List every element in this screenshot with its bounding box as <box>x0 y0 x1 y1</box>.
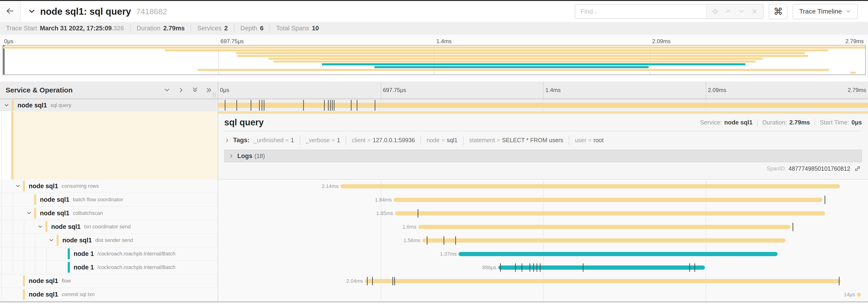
double-chevron-right-icon[interactable] <box>206 87 213 94</box>
span-bar[interactable] <box>218 103 868 108</box>
span-row[interactable]: node sql1txn coordinator send1.6ms <box>0 220 868 234</box>
span-bar[interactable] <box>418 225 791 229</box>
span-timeline-cell[interactable]: 1.85ms <box>218 207 868 220</box>
span-color-accent <box>68 262 70 273</box>
ruler-tick-label: 2.79ms <box>845 38 864 44</box>
span-bar[interactable] <box>422 238 785 243</box>
span-timeline-cell[interactable]: 886μs <box>218 261 868 274</box>
span-row[interactable]: node sql1colbatchscan1.85ms <box>0 207 868 220</box>
chevron-right-icon[interactable] <box>178 87 185 94</box>
minimap-span-bar <box>237 55 808 57</box>
chevron-down-icon[interactable] <box>28 7 36 15</box>
span-service: node sql1 <box>62 237 92 244</box>
minimap-canvas[interactable] <box>2 45 866 75</box>
crosshair-icon[interactable] <box>709 6 721 17</box>
tags-row[interactable]: Tags: _unfinished=1_verbose=1client=127.… <box>224 135 862 145</box>
services-label: Services <box>197 25 221 32</box>
page-header: node sql1: sql query 7418682 ⌘ Trace Tim… <box>0 1 868 22</box>
find-input[interactable] <box>575 4 706 19</box>
span-timeline-cell[interactable]: 1.37ms <box>218 247 868 261</box>
span-row[interactable]: node sql1commit sql txn14μs <box>0 288 868 301</box>
span-bar[interactable] <box>459 252 778 256</box>
span-bar[interactable] <box>395 211 825 215</box>
span-name-cell[interactable]: node sql1batch flow coordinator <box>0 193 218 207</box>
depth-value: 6 <box>260 25 264 32</box>
log-marker <box>375 100 375 111</box>
span-row[interactable]: node sql1consuming rows2.14ms <box>0 179 868 193</box>
span-timeline-cell[interactable]: 2.04ms <box>218 274 868 288</box>
log-marker <box>393 277 393 285</box>
span-operation: dist sender send <box>95 237 133 243</box>
span-timeline-cell[interactable]: 1.6ms <box>218 220 868 234</box>
link-icon[interactable] <box>854 165 861 172</box>
span-timeline-cell[interactable]: 1.56ms <box>218 234 868 247</box>
minimap-drag-handle[interactable] <box>3 45 4 74</box>
span-timeline-cell[interactable] <box>218 99 868 111</box>
double-chevron-down-icon[interactable] <box>191 87 198 94</box>
column-resize-grip[interactable]: || <box>213 91 216 98</box>
clear-icon[interactable] <box>749 6 760 17</box>
span-row[interactable]: node sql1flow2.04ms <box>0 274 868 288</box>
span-id-label: SpanID: <box>767 166 786 172</box>
logs-count: (18) <box>255 153 265 160</box>
chevron-down-icon[interactable] <box>35 220 45 233</box>
timeline-gridline <box>381 288 381 301</box>
span-accent-strip <box>218 111 868 114</box>
span-bar[interactable] <box>340 184 840 189</box>
minimap-span-bar <box>274 61 756 63</box>
span-bar[interactable] <box>365 279 841 283</box>
timeline-gridline <box>381 261 381 274</box>
span-operation: consuming rows <box>62 183 99 189</box>
span-name-cell[interactable]: node sql1txn coordinator send <box>0 220 218 234</box>
chevron-spacer <box>12 288 23 301</box>
timeline-gridline <box>381 247 381 261</box>
log-marker <box>455 236 456 245</box>
span-name-cell[interactable]: node sql1commit sql txn <box>0 288 218 301</box>
chevron-down-icon[interactable] <box>163 87 170 94</box>
chevron-down-icon[interactable] <box>46 234 57 247</box>
ruler-tick-label: 1.4ms <box>546 87 561 93</box>
total-spans-value: 10 <box>312 25 319 32</box>
span-bar[interactable] <box>857 293 861 297</box>
span-name-cell[interactable]: node sql1colbatchscan <box>0 207 218 220</box>
chevron-up-icon[interactable] <box>722 6 734 17</box>
span-name-cell[interactable]: node 1/cockroach.roachpb.Internal/Batch <box>0 261 218 274</box>
timeline-gridline <box>381 220 381 234</box>
keyboard-shortcuts-button[interactable]: ⌘ <box>769 4 787 19</box>
span-timeline-cell[interactable]: 14μs <box>218 288 868 301</box>
back-button[interactable] <box>0 1 21 22</box>
indent-guide <box>1 220 12 233</box>
span-id-value: 4877749850101760812 <box>788 165 850 172</box>
span-bar[interactable] <box>394 198 823 202</box>
divider <box>234 25 234 32</box>
chevron-down-icon[interactable] <box>736 6 747 17</box>
trace-timeline-dropdown[interactable]: Trace Timeline <box>793 4 858 19</box>
tag-value: 1 <box>291 137 294 144</box>
divider <box>814 119 815 126</box>
span-name-cell[interactable]: node sql1dist sender send <box>0 234 218 247</box>
chevron-down-icon[interactable] <box>24 207 34 220</box>
span-name-cell[interactable]: node sql1consuming rows <box>0 179 218 193</box>
tag-key: _verbose <box>306 137 330 144</box>
span-timeline-cell[interactable]: 2.14ms <box>218 179 868 193</box>
span-name-cell[interactable]: node sql1flow <box>0 274 218 288</box>
span-row[interactable]: node 1/cockroach.roachpb.Internal/Batch8… <box>0 261 868 274</box>
span-name-cell[interactable]: node 1/cockroach.roachpb.Internal/Batch <box>0 247 218 261</box>
indent-guide <box>24 247 35 260</box>
span-row[interactable]: node sql1dist sender send1.56ms <box>0 234 868 247</box>
tag-key: statement <box>469 137 495 144</box>
span-row[interactable]: node sql1sql query <box>0 99 868 111</box>
ruler-tick-label: 697.75μs <box>383 87 406 93</box>
log-marker <box>332 100 333 111</box>
logs-row[interactable]: Logs (18) <box>224 150 862 162</box>
tag-equals: = <box>442 137 445 143</box>
span-name-cell[interactable]: node sql1sql query <box>0 99 218 111</box>
span-row[interactable]: node sql1batch flow coordinator1.84ms <box>0 193 868 207</box>
log-marker <box>351 100 351 111</box>
log-marker <box>367 277 368 285</box>
chevron-down-icon[interactable] <box>1 99 12 111</box>
span-timeline-cell[interactable]: 1.84ms <box>218 193 868 207</box>
span-row[interactable]: node 1/cockroach.roachpb.Internal/Batch1… <box>0 247 868 261</box>
chevron-right-icon <box>228 153 234 159</box>
chevron-down-icon[interactable] <box>12 179 23 193</box>
